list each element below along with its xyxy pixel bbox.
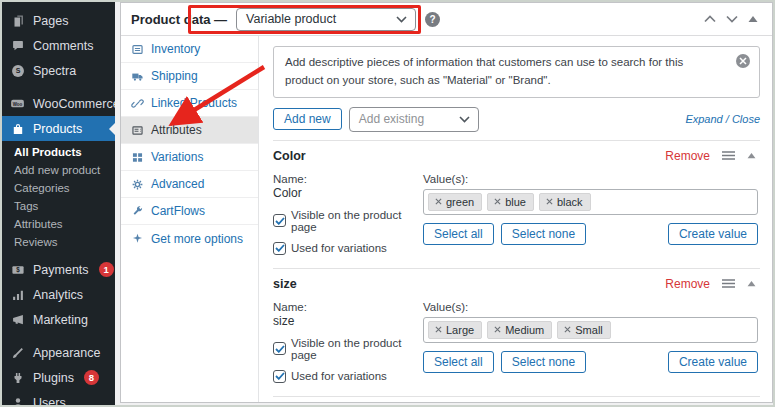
notice-text: Add descriptive pieces of information th… (285, 56, 683, 86)
variations-checkbox-row[interactable]: Used for variations (273, 370, 409, 383)
submenu-reviews[interactable]: Reviews (2, 233, 115, 251)
submenu-all-products[interactable]: All Products (2, 143, 115, 161)
select-all-button[interactable]: Select all (423, 351, 494, 373)
value-chip: Medium (487, 321, 552, 339)
attributes-toolbar: Add new Add existing Expand / Close (273, 107, 760, 132)
submenu-tags[interactable]: Tags (2, 197, 115, 215)
chevron-down-icon (459, 112, 470, 126)
select-none-button[interactable]: Select none (501, 351, 586, 373)
attribute-section-size: size Remove Name: size (273, 268, 760, 396)
submenu-add-new-product[interactable]: Add new product (2, 161, 115, 179)
tab-variations[interactable]: Variations (121, 144, 258, 171)
shipping-truck-icon (131, 70, 144, 83)
values-input[interactable]: green blue black (423, 189, 758, 215)
variations-checkbox-row[interactable]: Used for variations (273, 242, 409, 255)
product-type-select[interactable]: Variable product (236, 8, 416, 31)
expand-close-links-top: Expand / Close (685, 113, 760, 125)
expand-link[interactable]: Expand (685, 113, 722, 125)
collapse-attribute-icon[interactable] (747, 152, 756, 159)
variations-checkbox[interactable] (273, 370, 286, 383)
sidebar-item-marketing[interactable]: Marketing (2, 307, 115, 332)
variations-checkbox[interactable] (273, 242, 286, 255)
sidebar-item-comments[interactable]: Comments (2, 33, 115, 58)
values-input[interactable]: Large Medium Small (423, 317, 758, 343)
drag-handle-icon[interactable] (722, 279, 735, 288)
value-chip: Small (557, 321, 611, 339)
help-icon[interactable]: ? (425, 12, 440, 27)
value-chip: green (428, 193, 482, 211)
tab-linked-products[interactable]: Linked Products (121, 90, 258, 117)
attribute-name-value: size (273, 314, 409, 328)
tab-inventory[interactable]: Inventory (121, 36, 258, 63)
visible-checkbox-row[interactable]: Visible on the product page (273, 209, 409, 233)
collapse-attribute-icon[interactable] (747, 280, 756, 287)
attribute-header[interactable]: Color Remove (273, 141, 760, 171)
close-link[interactable]: Close (732, 113, 760, 125)
sidebar-item-spectra[interactable]: S Spectra (2, 58, 115, 83)
remove-value-icon[interactable] (494, 198, 501, 205)
tab-cartflows[interactable]: CartFlows (121, 198, 258, 225)
sidebar-item-label: Payments (33, 263, 89, 277)
inventory-icon (131, 43, 144, 56)
values-label: Value(s): (423, 173, 758, 185)
sidebar-item-woocommerce[interactable]: Woo WooCommerce (2, 91, 115, 116)
product-data-tabs: Inventory Shipping Linked Products Attri… (121, 36, 259, 402)
visible-checkbox-row[interactable]: Visible on the product page (273, 337, 409, 361)
sidebar-item-payments[interactable]: $ Payments 1 (2, 257, 115, 282)
sidebar-item-analytics[interactable]: Analytics (2, 282, 115, 307)
visible-checkbox-label: Visible on the product page (291, 337, 409, 361)
attributes-notice: Add descriptive pieces of information th… (273, 46, 760, 98)
create-value-button[interactable]: Create value (668, 223, 758, 245)
product-type-value: Variable product (246, 12, 336, 26)
svg-text:$: $ (16, 266, 20, 274)
create-value-button[interactable]: Create value (668, 351, 758, 373)
drag-handle-icon[interactable] (722, 151, 735, 160)
variations-grid-icon (131, 151, 144, 164)
tab-shipping[interactable]: Shipping (121, 63, 258, 90)
submenu-attributes[interactable]: Attributes (2, 215, 115, 233)
sidebar-item-label: WooCommerce (33, 97, 115, 111)
sidebar-item-pages[interactable]: Pages (2, 8, 115, 33)
tab-get-more-options[interactable]: Get more options (121, 225, 258, 252)
tab-attributes[interactable]: Attributes (121, 117, 258, 144)
add-new-button[interactable]: Add new (273, 108, 342, 130)
remove-attribute-link[interactable]: Remove (665, 277, 710, 291)
value-chip-label: green (446, 196, 474, 208)
remove-attribute-link[interactable]: Remove (665, 149, 710, 163)
woocommerce-icon: Woo (10, 96, 25, 111)
products-submenu: All Products Add new product Categories … (2, 141, 115, 257)
attribute-body: Name: Color Visible on the product page … (273, 171, 760, 268)
marketing-megaphone-icon (10, 312, 25, 327)
value-chip-label: Small (575, 324, 603, 336)
toggle-panel-icon[interactable] (748, 15, 758, 23)
visible-checkbox[interactable] (273, 214, 286, 227)
plugins-badge: 8 (84, 370, 99, 385)
select-all-button[interactable]: Select all (423, 223, 494, 245)
sidebar-item-products[interactable]: Products (2, 116, 115, 141)
sidebar-item-users[interactable]: Users (2, 390, 115, 405)
move-up-icon[interactable] (704, 15, 716, 23)
value-chip: black (539, 193, 591, 211)
panel-title: Product data — (131, 12, 227, 27)
panel-header-actions (704, 15, 762, 23)
remove-value-icon[interactable] (546, 198, 553, 205)
cartflows-wrench-icon (131, 205, 144, 218)
value-chip-label: blue (505, 196, 526, 208)
add-existing-select[interactable]: Add existing (349, 107, 479, 132)
visible-checkbox[interactable] (273, 342, 286, 355)
select-none-button[interactable]: Select none (501, 223, 586, 245)
value-chip-label: Large (446, 324, 474, 336)
sidebar-item-plugins[interactable]: Plugins 8 (2, 365, 115, 390)
tab-advanced[interactable]: Advanced (121, 171, 258, 198)
move-down-icon[interactable] (726, 15, 738, 23)
dismiss-notice-icon[interactable] (736, 54, 750, 68)
attribute-header[interactable]: size Remove (273, 269, 760, 299)
remove-value-icon[interactable] (494, 326, 501, 333)
remove-value-icon[interactable] (564, 326, 571, 333)
remove-value-icon[interactable] (435, 198, 442, 205)
submenu-categories[interactable]: Categories (2, 179, 115, 197)
sidebar-item-appearance[interactable]: Appearance (2, 340, 115, 365)
product-data-header: Product data — Variable product ? (121, 3, 772, 36)
remove-value-icon[interactable] (435, 326, 442, 333)
analytics-icon (10, 287, 25, 302)
